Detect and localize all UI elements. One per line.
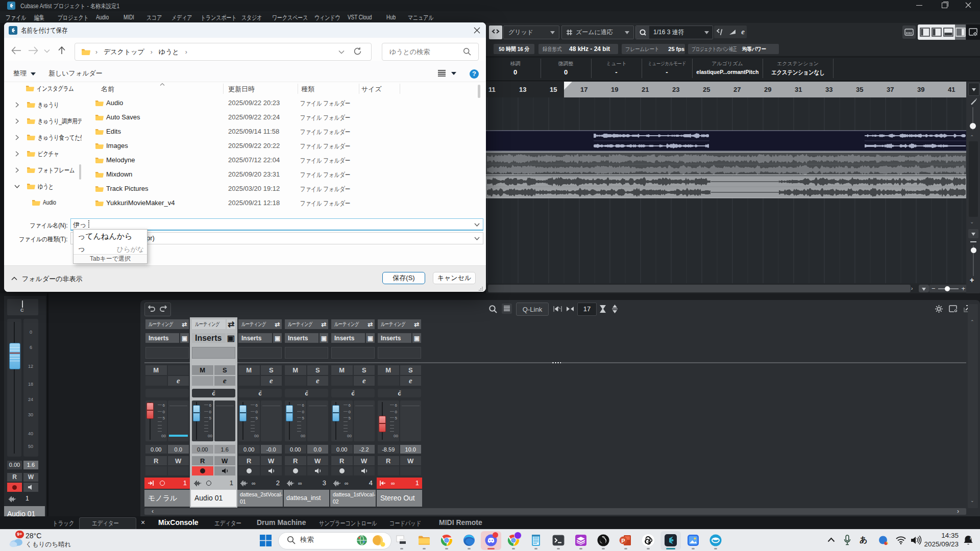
svg-text:P: P xyxy=(621,538,625,544)
svg-text:z: z xyxy=(970,536,972,540)
